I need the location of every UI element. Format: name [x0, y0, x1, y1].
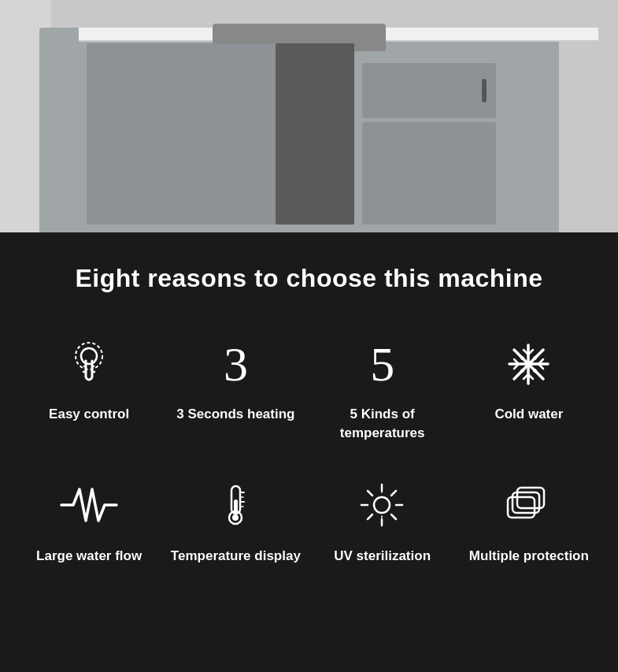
- number3-display: 3: [224, 340, 248, 388]
- svg-point-1: [76, 343, 102, 369]
- touch-icon: [57, 332, 120, 395]
- svg-point-29: [232, 514, 239, 521]
- features-section: Eight reasons to choose this machine Eas…: [0, 232, 618, 672]
- feature-temperature-display: Temperature display: [170, 474, 301, 566]
- snowflake-icon: [498, 332, 561, 395]
- svg-line-39: [368, 491, 372, 496]
- seconds-heating-label: 3 Seconds heating: [176, 405, 294, 424]
- uv-icon: [351, 474, 414, 537]
- number3-icon: 3: [204, 332, 267, 395]
- svg-line-41: [391, 491, 396, 496]
- cold-water-label: Cold water: [494, 405, 563, 424]
- svg-line-40: [391, 514, 396, 519]
- kinds-of-temperatures-label: 5 Kinds of temperatures: [317, 405, 448, 443]
- feature-easy-control: Easy control: [24, 332, 154, 443]
- number5-icon: 5: [351, 332, 414, 395]
- easy-control-label: Easy control: [49, 405, 129, 424]
- feature-multiple-protection: Multiple protection: [464, 474, 594, 566]
- feature-uv-sterilization: UV sterilization: [317, 474, 448, 566]
- uv-sterilization-label: UV sterilization: [334, 547, 431, 566]
- number5-display: 5: [370, 340, 394, 388]
- feature-kinds-of-temperatures: 5 5 Kinds of temperatures: [317, 332, 448, 443]
- multiple-protection-label: Multiple protection: [469, 547, 589, 566]
- large-water-flow-label: Large water flow: [36, 547, 142, 566]
- feature-seconds-heating: 3 3 Seconds heating: [170, 332, 301, 443]
- pulse-icon: [57, 474, 120, 537]
- features-grid: Easy control 3 3 Seconds heating 5 5 Kin…: [24, 332, 594, 565]
- feature-cold-water: Cold water: [464, 332, 594, 443]
- svg-point-0: [81, 348, 97, 364]
- temperature-display-label: Temperature display: [171, 547, 301, 566]
- layers-icon: [498, 474, 561, 537]
- svg-point-34: [374, 497, 390, 513]
- section-title: Eight reasons to choose this machine: [24, 264, 594, 293]
- svg-line-42: [368, 514, 372, 519]
- feature-large-water-flow: Large water flow: [24, 474, 154, 566]
- product-image: [0, 0, 618, 232]
- thermometer-icon: [204, 474, 267, 537]
